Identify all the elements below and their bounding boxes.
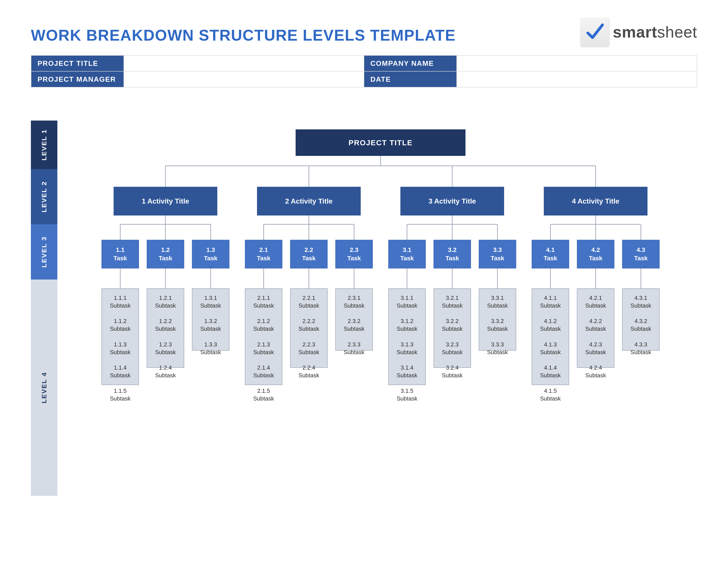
- level-labels: LEVEL 1 LEVEL 2 LEVEL 3 LEVEL 4: [31, 120, 57, 496]
- subtasks-1-2: 1.2.1 Subtask 1.2.2 Subtask 1.2.3 Subtas…: [147, 289, 184, 368]
- activity-4: 4 Activity Title: [544, 187, 647, 215]
- level-2-label: LEVEL 2: [31, 169, 57, 224]
- subtasks-4-2: 4.2.1 Subtask 4.2.2 Subtask 4.2.3 Subtas…: [577, 289, 614, 368]
- project-manager-field[interactable]: [124, 71, 364, 87]
- subtasks-2-1: 2.1.1 Subtask 2.1.2 Subtask 2.1.3 Subtas…: [245, 289, 282, 385]
- project-title-field[interactable]: [124, 55, 364, 71]
- task-4-3: 4.3 Task: [622, 240, 660, 268]
- project-manager-label: PROJECT MANAGER: [31, 71, 124, 87]
- task-2-2: 2.2 Task: [290, 240, 328, 268]
- subtasks-1-3: 1.3.1 Subtask 1.3.2 Subtask 1.3.3 Subtas…: [192, 289, 229, 351]
- subtasks-3-3: 3.3.1 Subtask 3.3.2 Subtask 3.3.3 Subtas…: [479, 289, 516, 351]
- checkmark-icon: [580, 18, 609, 46]
- task-1-2: 1.2 Task: [147, 240, 184, 268]
- brand-text: smartsheet: [613, 23, 697, 41]
- activity-3: 3 Activity Title: [400, 187, 504, 215]
- brand-logo: smartsheet: [580, 18, 697, 46]
- task-1-3: 1.3 Task: [192, 240, 229, 268]
- project-meta-table: PROJECT TITLE COMPANY NAME PROJECT MANAG…: [31, 55, 697, 87]
- task-2-3: 2.3 Task: [335, 240, 373, 268]
- activity-1: 1 Activity Title: [114, 187, 217, 215]
- task-4-2: 4.2 Task: [577, 240, 614, 268]
- activity-2: 2 Activity Title: [257, 187, 361, 215]
- page-title: WORK BREAKDOWN STRUCTURE LEVELS TEMPLATE: [31, 26, 456, 44]
- company-name-field[interactable]: [457, 55, 697, 71]
- task-3-1: 3.1 Task: [388, 240, 426, 268]
- level-4-label: LEVEL 4: [31, 279, 57, 496]
- level-3-label: LEVEL 3: [31, 224, 57, 279]
- task-4-1: 4.1 Task: [532, 240, 569, 268]
- subtasks-3-2: 3.2.1 Subtask 3.2.2 Subtask 3.2.3 Subtas…: [433, 289, 471, 368]
- level-1-label: LEVEL 1: [31, 120, 57, 169]
- subtasks-2-2: 2.2.1 Subtask 2.2.2 Subtask 2.2.3 Subtas…: [290, 289, 328, 368]
- company-name-label: COMPANY NAME: [364, 55, 457, 71]
- wbs-tree: PROJECT TITLE1 Activity Title1.1 Task1.1…: [64, 120, 697, 496]
- subtasks-4-3: 4.3.1 Subtask 4.3.2 Subtask 4.3.3 Subtas…: [622, 289, 660, 351]
- root-project-title: PROJECT TITLE: [296, 129, 465, 156]
- task-1-1: 1.1 Task: [101, 240, 139, 268]
- date-label: DATE: [364, 71, 457, 87]
- task-3-2: 3.2 Task: [433, 240, 471, 268]
- subtasks-4-1: 4.1.1 Subtask 4.1.2 Subtask 4.1.3 Subtas…: [532, 289, 569, 385]
- project-title-label: PROJECT TITLE: [31, 55, 124, 71]
- date-field[interactable]: [457, 71, 697, 87]
- task-2-1: 2.1 Task: [245, 240, 282, 268]
- subtasks-1-1: 1.1.1 Subtask 1.1.2 Subtask 1.1.3 Subtas…: [101, 289, 139, 385]
- task-3-3: 3.3 Task: [479, 240, 516, 268]
- subtasks-2-3: 2.3.1 Subtask 2.3.2 Subtask 2.3.3 Subtas…: [335, 289, 373, 351]
- subtasks-3-1: 3.1.1 Subtask 3.1.2 Subtask 3.1.3 Subtas…: [388, 289, 426, 385]
